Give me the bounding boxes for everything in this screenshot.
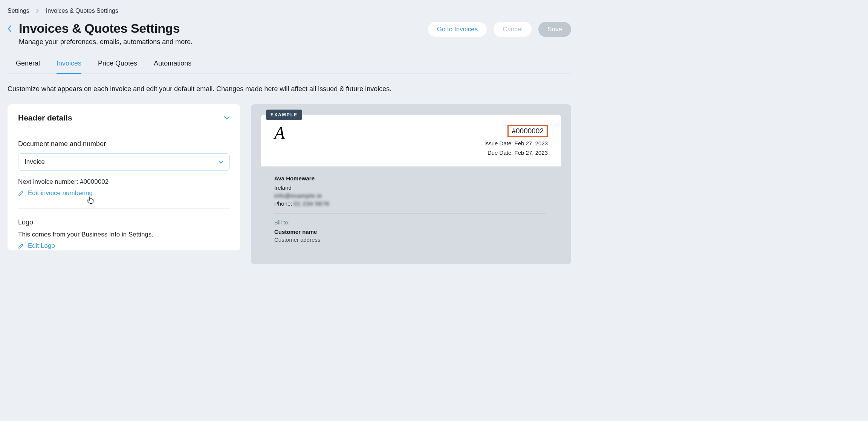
cursor-hand-icon [86,196,95,205]
breadcrumb-current: Invoices & Quotes Settings [46,8,118,14]
doc-name-number-label: Document name and number [18,140,230,148]
logo-hint: This comes from your Business Info in Se… [18,231,230,238]
edit-logo-label: Edit Logo [28,242,55,250]
tabs: General Invoices Price Quotes Automation… [8,59,571,74]
edit-logo-link[interactable]: Edit Logo [18,242,55,250]
issue-date: Issue Date: Feb 27, 2023 [484,140,548,146]
business-name: Ava Homeware [274,175,548,182]
next-invoice-number: Next invoice number: #0000002 [18,178,230,186]
tab-invoices[interactable]: Invoices [57,59,81,74]
bill-to-label: Bill to: [274,219,548,226]
invoice-number-highlight: #0000002 [507,125,548,137]
cancel-button[interactable]: Cancel [494,22,532,37]
business-email: info@example.ie [274,192,322,199]
phone-label: Phone: [274,200,292,207]
example-badge: EXAMPLE [266,110,302,120]
invoice-preview-panel: EXAMPLE A #0000002 Issue Date: Feb 27, 2… [251,104,571,264]
save-button[interactable]: Save [538,22,571,37]
due-date: Due Date: Feb 27, 2023 [484,149,548,156]
page-subtitle: Manage your preferences, emails, automat… [19,38,193,46]
document-name-select[interactable]: Invoice [18,153,230,171]
tab-general[interactable]: General [16,59,40,73]
tab-description: Customize what appears on each invoice a… [8,85,571,93]
logo-section-label: Logo [18,218,230,226]
customer-address: Customer address [274,236,548,243]
business-phone: 01 234 5678 [294,200,329,207]
pencil-icon [18,190,24,196]
card-title: Header details [18,113,72,122]
customer-name: Customer name [274,229,548,235]
page-title: Invoices & Quotes Settings [19,21,193,36]
chevron-right-icon [36,9,39,13]
select-value: Invoice [24,158,45,166]
edit-invoice-numbering-link[interactable]: Edit invoice numbering [18,189,93,197]
breadcrumb-root[interactable]: Settings [8,8,29,14]
header-details-card: Header details Document name and number … [8,104,240,250]
business-logo: A [274,125,285,140]
edit-numbering-label: Edit invoice numbering [28,189,93,197]
go-to-invoices-button[interactable]: Go to Invoices [428,22,487,37]
chevron-down-icon[interactable] [224,116,230,120]
business-country: Ireland [274,185,548,191]
pencil-icon [18,243,24,249]
chevron-down-icon [218,160,223,164]
breadcrumb: Settings Invoices & Quotes Settings [8,6,571,21]
tab-automations[interactable]: Automations [154,59,191,73]
tab-price-quotes[interactable]: Price Quotes [98,59,137,73]
back-button[interactable] [8,21,12,32]
